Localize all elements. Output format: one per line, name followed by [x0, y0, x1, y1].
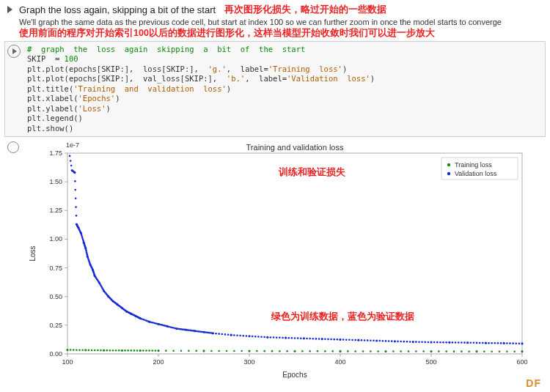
svg-text:0.50: 0.50 [49, 293, 62, 300]
svg-point-358 [424, 341, 426, 344]
svg-point-146 [339, 339, 341, 341]
svg-point-318 [279, 336, 281, 339]
svg-point-96 [392, 350, 395, 352]
svg-point-152 [448, 341, 450, 344]
svg-point-322 [294, 337, 296, 339]
svg-point-82 [263, 350, 265, 352]
svg-point-57 [109, 350, 111, 352]
svg-point-91 [347, 350, 349, 352]
run-button[interactable] [7, 45, 21, 58]
svg-text:0.25: 0.25 [49, 322, 62, 329]
svg-point-326 [309, 338, 311, 340]
svg-point-157 [69, 155, 71, 158]
svg-point-321 [291, 337, 293, 339]
svg-point-239 [120, 306, 122, 308]
svg-point-365 [452, 341, 454, 344]
svg-point-356 [418, 341, 420, 343]
svg-point-360 [433, 341, 436, 344]
svg-text:0.75: 0.75 [49, 265, 62, 272]
svg-point-329 [318, 338, 320, 340]
svg-point-380 [506, 342, 508, 344]
svg-point-335 [342, 339, 345, 341]
svg-point-330 [324, 338, 326, 340]
svg-point-83 [271, 350, 274, 352]
svg-point-40 [293, 350, 296, 352]
svg-point-324 [300, 337, 302, 339]
svg-text:1.75: 1.75 [49, 149, 62, 157]
svg-point-90 [331, 350, 334, 352]
svg-point-378 [497, 342, 499, 344]
svg-point-372 [476, 342, 478, 344]
code-cell[interactable]: # graph the loss again skipping a bit of… [4, 41, 546, 137]
svg-point-49 [78, 349, 81, 351]
svg-point-357 [421, 341, 423, 343]
svg-point-374 [482, 342, 484, 344]
svg-point-165 [74, 180, 76, 182]
svg-point-331 [327, 339, 329, 341]
svg-point-108 [499, 350, 501, 352]
svg-point-340 [361, 339, 363, 341]
svg-point-88 [317, 350, 319, 352]
svg-point-364 [445, 341, 447, 344]
code-content[interactable]: # graph the loss again skipping a bit of… [23, 42, 379, 136]
svg-point-301 [218, 333, 220, 335]
svg-text:Training and validation loss: Training and validation loss [246, 143, 344, 152]
expand-icon[interactable] [7, 6, 12, 13]
section-title: Graph the loss again, skipping a bit of … [19, 4, 216, 15]
svg-point-325 [306, 338, 308, 340]
svg-point-379 [500, 342, 502, 344]
svg-point-209 [93, 274, 95, 276]
svg-point-381 [509, 342, 511, 344]
svg-point-34 [103, 349, 105, 351]
chart-output: 1e-7 训练和验证损失 绿色为训练数据，蓝色为验证数据 Training an… [22, 140, 546, 382]
svg-point-156 [521, 342, 523, 344]
svg-point-167 [75, 197, 77, 199]
svg-point-35 [121, 350, 123, 352]
svg-point-103 [453, 350, 455, 352]
svg-point-147 [357, 339, 359, 341]
svg-point-224 [106, 295, 109, 297]
svg-point-158 [70, 160, 72, 162]
svg-point-234 [116, 303, 118, 306]
svg-point-81 [256, 350, 258, 352]
svg-point-327 [312, 338, 315, 340]
svg-point-349 [391, 340, 393, 342]
svg-point-350 [397, 341, 399, 343]
svg-point-37 [157, 350, 159, 352]
svg-point-383 [515, 342, 517, 344]
svg-point-334 [337, 339, 339, 341]
svg-point-279 [174, 328, 176, 330]
svg-text:100: 100 [62, 358, 73, 366]
annotation-series: 绿色为训练数据，蓝色为验证数据 [271, 310, 414, 323]
svg-point-87 [309, 350, 311, 352]
svg-point-106 [483, 350, 485, 352]
svg-point-47 [73, 349, 75, 351]
svg-text:Training loss: Training loss [455, 161, 492, 169]
svg-point-55 [100, 350, 102, 352]
svg-text:500: 500 [425, 358, 436, 366]
svg-point-145 [321, 338, 323, 340]
svg-point-155 [503, 342, 505, 344]
svg-point-361 [436, 341, 439, 344]
svg-point-299 [210, 332, 213, 334]
svg-point-375 [488, 342, 490, 344]
svg-point-33 [84, 349, 87, 351]
svg-point-368 [461, 341, 463, 344]
svg-point-214 [98, 281, 100, 283]
svg-point-104 [461, 350, 463, 352]
svg-point-92 [354, 350, 356, 352]
svg-point-338 [351, 339, 353, 341]
svg-point-264 [147, 320, 149, 322]
svg-point-53 [94, 350, 96, 352]
svg-point-348 [388, 340, 390, 342]
svg-text:Loss: Loss [29, 245, 37, 261]
svg-point-384 [518, 342, 521, 344]
svg-point-64 [133, 350, 136, 352]
svg-point-51 [88, 350, 90, 352]
svg-point-343 [370, 339, 372, 341]
svg-text:200: 200 [153, 358, 164, 366]
svg-point-259 [139, 317, 141, 319]
svg-text:1.50: 1.50 [49, 178, 62, 185]
svg-point-229 [111, 300, 114, 302]
svg-point-304 [227, 333, 230, 336]
